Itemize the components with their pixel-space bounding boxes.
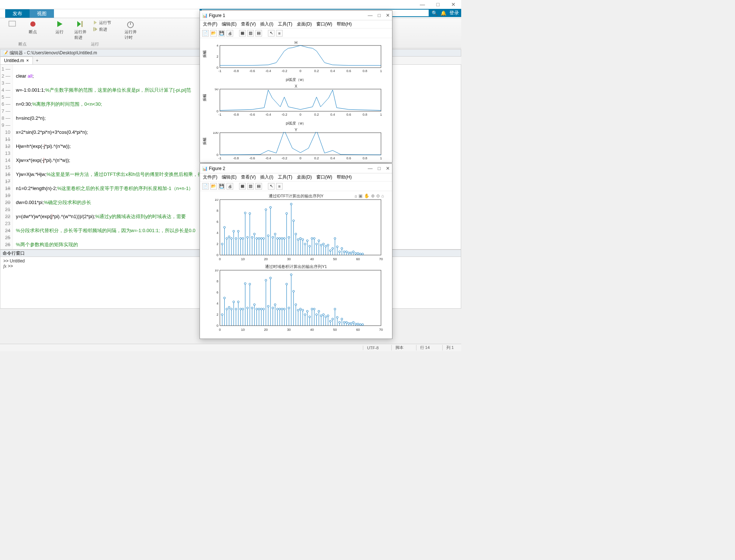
menu-edit[interactable]: 编辑(E) <box>222 21 237 27</box>
svg-point-100 <box>279 238 280 240</box>
svg-point-96 <box>274 233 276 235</box>
tool-icon[interactable]: ▦ <box>239 183 246 190</box>
svg-point-253 <box>295 304 297 306</box>
menu-window[interactable]: 窗口(W) <box>316 174 332 180</box>
tab-view[interactable]: 视图 <box>30 9 54 18</box>
fig1-close-button[interactable]: ✕ <box>386 13 390 18</box>
svg-text:-0.4: -0.4 <box>265 69 271 73</box>
run-advance-button[interactable]: 运行并 前进 <box>72 20 89 40</box>
figure2-title: Figure 2 <box>209 166 225 171</box>
svg-point-203 <box>237 301 239 303</box>
fig2-max-button[interactable]: □ <box>378 166 381 171</box>
figure1-window[interactable]: 📊 Figure 1 —□✕ 文件(F) 编辑(E) 查看(V) 插入(I) 工… <box>200 10 392 163</box>
svg-text:70: 70 <box>379 328 383 332</box>
run-button[interactable]: 运行 <box>51 20 68 35</box>
new-icon[interactable]: 📄 <box>202 183 209 190</box>
login-link[interactable]: 登录 <box>449 10 459 16</box>
tool-icon[interactable]: ≡ <box>276 183 283 190</box>
minimize-button[interactable]: — <box>417 1 428 7</box>
fig1-max-button[interactable]: □ <box>378 13 381 18</box>
save-icon[interactable]: 💾 <box>218 30 225 37</box>
insert-button[interactable] <box>4 20 21 29</box>
svg-point-130 <box>313 238 315 240</box>
open-icon[interactable]: 📂 <box>210 30 217 37</box>
group-breakpoints-label: 断点 <box>18 41 27 47</box>
fig1-min-button[interactable]: — <box>368 13 372 18</box>
home-icon[interactable]: ⌂ <box>381 193 384 198</box>
svg-text:-0.6: -0.6 <box>249 113 255 116</box>
svg-point-172 <box>362 253 364 255</box>
fx-icon[interactable]: fx <box>3 264 7 269</box>
svg-point-112 <box>293 220 295 222</box>
menu-help[interactable]: 帮助(H) <box>337 21 352 27</box>
close-tab-icon[interactable]: × <box>26 58 29 63</box>
menu-insert[interactable]: 插入(I) <box>260 174 273 180</box>
svg-text:-0.2: -0.2 <box>282 69 287 73</box>
svg-point-209 <box>244 283 246 285</box>
bell-icon[interactable]: 🔔 <box>440 10 446 16</box>
figure2-window[interactable]: 📊 Figure 2 —□✕ 文件(F) 编辑(E) 查看(V) 插入(I) 工… <box>200 163 392 339</box>
maximize-button[interactable]: □ <box>432 1 443 7</box>
pan-icon[interactable]: ✋ <box>364 193 370 198</box>
fig2-close-button[interactable]: ✕ <box>386 166 390 171</box>
pointer-icon[interactable]: ↖ <box>268 183 275 190</box>
svg-point-156 <box>343 251 345 253</box>
breakpoints-button[interactable]: 断点 <box>24 20 41 35</box>
menu-desktop[interactable]: 桌面(D) <box>297 174 312 180</box>
cmd-prompt[interactable]: >> <box>8 264 13 269</box>
svg-point-154 <box>341 248 343 250</box>
new-icon[interactable]: 📄 <box>202 30 209 37</box>
svg-text:2: 2 <box>217 55 218 58</box>
fig2-min-button[interactable]: — <box>368 166 372 171</box>
menu-file[interactable]: 文件(F) <box>203 174 217 180</box>
svg-point-116 <box>297 239 299 241</box>
svg-text:-0.2: -0.2 <box>282 113 287 116</box>
editor-tab-untitled[interactable]: Untitled.m× <box>0 57 33 64</box>
tool-icon[interactable]: ▤ <box>255 183 262 190</box>
close-button[interactable]: ✕ <box>448 1 459 7</box>
tool-icon[interactable]: ≡ <box>276 30 283 37</box>
advance-button[interactable]: 前进 <box>92 26 118 32</box>
menu-insert[interactable]: 插入(I) <box>260 21 273 27</box>
menu-help[interactable]: 帮助(H) <box>337 174 352 180</box>
run-time-button[interactable]: 运行并 计时 <box>122 20 139 40</box>
run-section-button[interactable]: 运行节 <box>92 20 118 26</box>
svg-point-247 <box>288 307 290 309</box>
datatip-icon[interactable]: ▣ <box>358 193 363 198</box>
svg-point-162 <box>350 252 352 254</box>
tool-icon[interactable]: ▥ <box>247 30 254 37</box>
svg-point-295 <box>343 322 345 323</box>
open-icon[interactable]: 📂 <box>210 183 217 190</box>
menu-view[interactable]: 查看(V) <box>241 21 256 27</box>
svg-text:0.2: 0.2 <box>314 69 319 73</box>
search-icon[interactable]: 🔍 <box>432 10 438 16</box>
menu-edit[interactable]: 编辑(E) <box>222 174 237 180</box>
tool-icon[interactable]: ▤ <box>255 30 262 37</box>
svg-point-299 <box>348 323 350 325</box>
print-icon[interactable]: 🖨 <box>227 183 233 190</box>
tab-publish[interactable]: 发布 <box>5 9 30 18</box>
svg-point-54 <box>226 238 228 240</box>
zoomin-icon[interactable]: ⊕ <box>371 193 375 198</box>
svg-point-259 <box>302 309 304 311</box>
new-tab-button[interactable]: + <box>33 57 41 64</box>
tool-icon[interactable]: ▥ <box>247 183 254 190</box>
svg-text:6: 6 <box>217 291 218 294</box>
zoomout-icon[interactable]: ⊖ <box>376 193 380 198</box>
menu-tools[interactable]: 工具(T) <box>278 174 292 180</box>
tool-icon[interactable]: ▦ <box>239 30 246 37</box>
save-icon[interactable]: 💾 <box>218 183 225 190</box>
svg-point-231 <box>270 277 272 279</box>
brush-icon[interactable]: ⩍ <box>355 193 357 198</box>
svg-point-265 <box>309 316 310 318</box>
menu-tools[interactable]: 工具(T) <box>278 21 292 27</box>
menu-file[interactable]: 文件(F) <box>203 21 217 27</box>
menu-view[interactable]: 查看(V) <box>241 174 256 180</box>
menu-desktop[interactable]: 桌面(D) <box>297 21 312 27</box>
print-icon[interactable]: 🖨 <box>227 30 233 37</box>
svg-point-106 <box>286 213 287 214</box>
pointer-icon[interactable]: ↖ <box>268 30 275 37</box>
menu-window[interactable]: 窗口(W) <box>316 21 332 27</box>
svg-text:0.4: 0.4 <box>330 69 335 73</box>
svg-point-293 <box>341 318 343 320</box>
